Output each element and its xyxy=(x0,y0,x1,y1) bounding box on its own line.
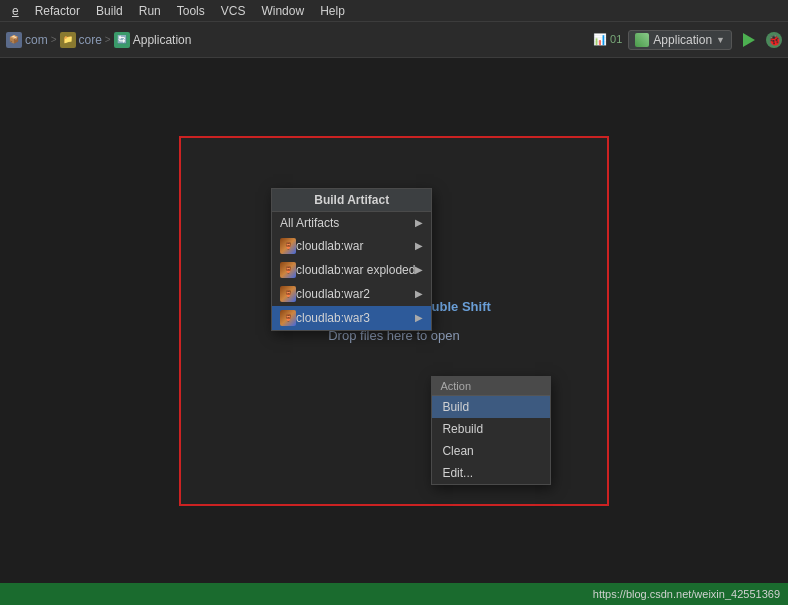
context-menu-container: Build Artifact All Artifacts ▶ 🏺 cloudla… xyxy=(271,188,432,331)
breadcrumb-sep-2: > xyxy=(105,34,111,45)
toolbar-right: 📊 01 Application ▼ 🐞 xyxy=(593,29,782,51)
menu-item-cloudlab-war3[interactable]: 🏺 cloudlab:war3 ▶ Action Build Rebuild C… xyxy=(272,306,431,330)
artifact-war2-icon: 🏺 xyxy=(280,286,296,302)
menu-item-cloudlab-war-exploded[interactable]: 🏺 cloudlab:war exploded ▶ xyxy=(272,258,431,282)
menu-item-build[interactable]: Build xyxy=(88,2,131,20)
toolbar: 📦 com > 📁 core > 🔄 Application 📊 01 Appl… xyxy=(0,22,788,58)
menu-item-e[interactable]: e xyxy=(4,2,27,20)
artifact-war-icon: 🏺 xyxy=(280,238,296,254)
menu-header-build-artifact: Build Artifact xyxy=(272,189,431,212)
menu-item-refactor[interactable]: Refactor xyxy=(27,2,88,20)
main-content: Search Everywhere Double Shift Drop file… xyxy=(0,58,788,583)
action-submenu: Action Build Rebuild Clean Edit... xyxy=(431,376,551,485)
menu-item-run[interactable]: Run xyxy=(131,2,169,20)
menu-item-tools[interactable]: Tools xyxy=(169,2,213,20)
menu-item-cloudlab-war[interactable]: 🏺 cloudlab:war ▶ xyxy=(272,234,431,258)
submenu-item-build[interactable]: Build xyxy=(432,396,550,418)
war2-arrow: ▶ xyxy=(415,288,423,299)
breadcrumb-app: Application xyxy=(133,33,192,47)
submenu-item-rebuild[interactable]: Rebuild xyxy=(432,418,550,440)
breadcrumb: 📦 com > 📁 core > 🔄 Application xyxy=(6,32,589,48)
welcome-panel: Search Everywhere Double Shift Drop file… xyxy=(179,136,609,506)
war-arrow: ▶ xyxy=(415,240,423,251)
all-artifacts-label: All Artifacts xyxy=(280,216,339,230)
dropdown-arrow-icon: ▼ xyxy=(716,35,725,45)
memory-indicator[interactable]: 📊 01 xyxy=(593,33,622,46)
submenu-item-clean[interactable]: Clean xyxy=(432,440,550,462)
run-config-dropdown[interactable]: Application ▼ xyxy=(628,30,732,50)
cloudlab-war2-label: cloudlab:war2 xyxy=(296,287,370,301)
menu-item-cloudlab-war2[interactable]: 🏺 cloudlab:war2 ▶ xyxy=(272,282,431,306)
core-icon: 📁 xyxy=(60,32,76,48)
war-exploded-arrow: ▶ xyxy=(415,264,423,275)
breadcrumb-com: com xyxy=(25,33,48,47)
cloudlab-war3-label: cloudlab:war3 xyxy=(296,311,370,325)
breadcrumb-core: core xyxy=(79,33,102,47)
run-button[interactable] xyxy=(738,29,760,51)
com-icon: 📦 xyxy=(6,32,22,48)
menu-item-window[interactable]: Window xyxy=(253,2,312,20)
breadcrumb-sep-1: > xyxy=(51,34,57,45)
menu-item-vcs[interactable]: VCS xyxy=(213,2,254,20)
artifact-war3-icon: 🏺 xyxy=(280,310,296,326)
menu-item-all-artifacts[interactable]: All Artifacts ▶ xyxy=(272,212,431,234)
menu-item-help[interactable]: Help xyxy=(312,2,353,20)
artifact-war-exploded-icon: 🏺 xyxy=(280,262,296,278)
run-config-label: Application xyxy=(653,33,712,47)
cloudlab-war-label: cloudlab:war xyxy=(296,239,363,253)
status-bar: https://blog.csdn.net/weixin_42551369 xyxy=(0,583,788,605)
submenu-item-edit[interactable]: Edit... xyxy=(432,462,550,484)
run-triangle-icon xyxy=(743,33,755,47)
all-artifacts-arrow: ▶ xyxy=(415,217,423,228)
action-submenu-header: Action xyxy=(432,377,550,396)
app-icon: 🔄 xyxy=(114,32,130,48)
status-url: https://blog.csdn.net/weixin_42551369 xyxy=(593,588,780,600)
menu-bar: e Refactor Build Run Tools VCS Window He… xyxy=(0,0,788,22)
war3-arrow: ▶ xyxy=(415,312,423,323)
debug-button[interactable]: 🐞 xyxy=(766,32,782,48)
run-config-icon xyxy=(635,33,649,47)
cloudlab-war-exploded-label: cloudlab:war exploded xyxy=(296,263,415,277)
build-artifact-menu: Build Artifact All Artifacts ▶ 🏺 cloudla… xyxy=(271,188,432,331)
